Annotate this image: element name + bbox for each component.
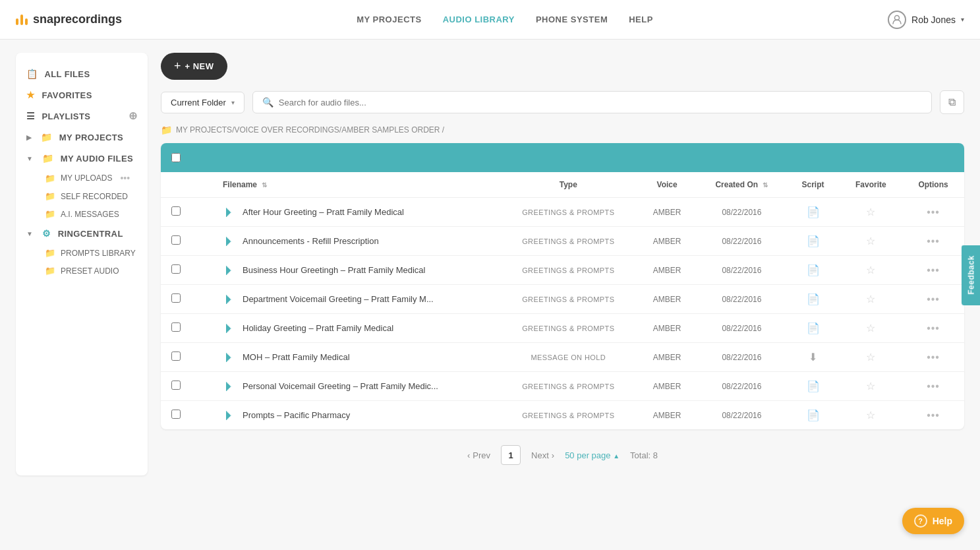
- row-voice-cell: AMBER: [637, 227, 697, 256]
- folder-icon-3: 📁: [45, 209, 55, 219]
- script-icon[interactable]: 📄: [807, 322, 820, 334]
- filter-button[interactable]: ⧉: [940, 90, 964, 114]
- sidebar-item-ai-messages[interactable]: 📁 A.I. MESSAGES: [34, 205, 148, 223]
- my-projects-arrow-icon: ▶: [26, 134, 32, 141]
- my-audio-sub: 📁 MY UPLOADS ••• 📁 SELF RECORDED 📁 A.I. …: [16, 169, 148, 223]
- sidebar-item-my-uploads[interactable]: 📁 MY UPLOADS •••: [34, 169, 148, 187]
- play-button[interactable]: ⏵: [223, 379, 236, 394]
- current-page[interactable]: 1: [501, 445, 521, 465]
- row-checkbox[interactable]: [171, 322, 181, 332]
- row-expand-cell: [191, 227, 212, 256]
- row-type-cell: GREETINGS & PROMPTS: [500, 256, 637, 285]
- play-button[interactable]: ⏵: [223, 350, 236, 365]
- type-text: GREETINGS & PROMPTS: [522, 237, 614, 245]
- more-options-icon[interactable]: •••: [927, 381, 940, 392]
- new-button[interactable]: + + NEW: [161, 53, 227, 80]
- toolbar: Current Folder ▾ 🔍 ⧉: [161, 90, 964, 114]
- filter-icon: ⧉: [948, 96, 956, 108]
- audio-files-icon: 📁: [42, 153, 53, 164]
- date-text: 08/22/2016: [722, 237, 761, 246]
- th-created-on[interactable]: Created On ⇅: [697, 172, 786, 198]
- row-type-cell: GREETINGS & PROMPTS: [500, 401, 637, 430]
- select-all-checkbox[interactable]: [171, 153, 181, 162]
- nav-phone-system[interactable]: PHONE SYSTEM: [536, 15, 608, 24]
- row-voice-cell: AMBER: [637, 314, 697, 343]
- row-checkbox-cell: [161, 227, 191, 256]
- row-checkbox[interactable]: [171, 381, 181, 390]
- row-script-cell: 📄: [786, 372, 839, 401]
- nav-audio-library[interactable]: AUDIO LIBRARY: [443, 15, 515, 24]
- script-icon[interactable]: 📄: [807, 410, 820, 421]
- th-filename[interactable]: Filename ⇅: [212, 172, 500, 198]
- th-script: Script: [786, 172, 839, 198]
- favorite-star-icon[interactable]: ☆: [866, 206, 875, 218]
- more-options-icon[interactable]: •••: [927, 264, 940, 276]
- row-checkbox[interactable]: [171, 410, 181, 419]
- more-options-icon[interactable]: •••: [927, 322, 940, 334]
- play-button[interactable]: ⏵: [223, 408, 236, 423]
- sidebar-item-self-recorded[interactable]: 📁 SELF RECORDED: [34, 187, 148, 205]
- folder-select[interactable]: Current Folder ▾: [161, 92, 245, 113]
- search-icon: 🔍: [262, 97, 274, 107]
- favorite-star-icon[interactable]: ☆: [866, 351, 875, 363]
- more-options-icon[interactable]: •••: [927, 293, 940, 305]
- play-button[interactable]: ⏵: [223, 204, 236, 220]
- play-button[interactable]: ⏵: [223, 262, 236, 278]
- sidebar-item-preset-audio[interactable]: 📁 PRESET AUDIO: [34, 262, 148, 280]
- more-options-icon[interactable]: •••: [927, 410, 940, 421]
- feedback-tab[interactable]: Feedback: [961, 245, 980, 305]
- script-icon[interactable]: ⬇: [809, 351, 817, 363]
- add-playlist-button[interactable]: ⊕: [129, 111, 137, 121]
- ringcentral-sub: 📁 PROMPTS LIBRARY 📁 PRESET AUDIO: [16, 244, 148, 280]
- script-icon[interactable]: 📄: [807, 293, 820, 305]
- sidebar-item-all-files[interactable]: 📋 ALL FILES: [16, 63, 148, 84]
- nav-my-projects[interactable]: MY PROJECTS: [357, 15, 421, 24]
- table-row: ⏵ Business Hour Greetingh – Pratt Family…: [161, 256, 964, 285]
- filename-text: Holiday Greeting – Pratt Family Medical: [243, 323, 393, 333]
- play-button[interactable]: ⏵: [223, 321, 236, 336]
- row-voice-cell: AMBER: [637, 198, 697, 227]
- per-page-selector[interactable]: 50 per page ▲: [565, 450, 620, 460]
- prev-page-button[interactable]: ‹ Prev: [467, 450, 490, 460]
- next-page-button[interactable]: Next ›: [531, 450, 554, 460]
- favorite-star-icon[interactable]: ☆: [866, 410, 875, 421]
- favorite-star-icon[interactable]: ☆: [866, 381, 875, 392]
- top-actions-row: + + NEW: [161, 53, 964, 90]
- favorite-star-icon[interactable]: ☆: [866, 264, 875, 276]
- play-button[interactable]: ⏵: [223, 291, 236, 307]
- favorite-star-icon[interactable]: ☆: [866, 293, 875, 305]
- script-icon[interactable]: 📄: [807, 264, 820, 276]
- play-button[interactable]: ⏵: [223, 233, 236, 249]
- nav-help[interactable]: HELP: [629, 15, 653, 24]
- script-icon[interactable]: 📄: [807, 235, 820, 247]
- date-text: 08/22/2016: [722, 208, 761, 217]
- favorite-star-icon[interactable]: ☆: [866, 235, 875, 247]
- row-checkbox[interactable]: [171, 351, 181, 361]
- more-options-icon[interactable]: •••: [927, 235, 940, 247]
- more-options-icon[interactable]: •••: [927, 206, 940, 218]
- user-menu[interactable]: Rob Jones ▾: [888, 11, 964, 29]
- search-input[interactable]: [279, 98, 922, 107]
- row-expand-cell: [191, 285, 212, 314]
- sidebar-item-my-projects[interactable]: ▶ 📁 MY PROJECTS: [16, 127, 148, 148]
- type-text: GREETINGS & PROMPTS: [522, 208, 614, 216]
- row-date-cell: 08/22/2016: [697, 343, 786, 372]
- sidebar-item-prompts-library[interactable]: 📁 PROMPTS LIBRARY: [34, 244, 148, 262]
- script-icon[interactable]: 📄: [807, 206, 820, 218]
- table-row: ⏵ Department Voicemail Greeting – Pratt …: [161, 285, 964, 314]
- my-uploads-more[interactable]: •••: [120, 173, 130, 183]
- row-checkbox[interactable]: [171, 293, 181, 303]
- row-type-cell: GREETINGS & PROMPTS: [500, 227, 637, 256]
- breadcrumb: 📁 MY PROJECTS/VOICE OVER RECORDINGS/AMBE…: [161, 125, 964, 135]
- row-checkbox[interactable]: [171, 235, 181, 245]
- row-checkbox[interactable]: [171, 206, 181, 216]
- row-favorite-cell: ☆: [840, 285, 903, 314]
- date-text: 08/22/2016: [722, 295, 761, 304]
- row-checkbox-cell: [161, 256, 191, 285]
- ringcentral-icon: ⚙: [42, 228, 51, 239]
- more-options-icon[interactable]: •••: [927, 351, 940, 363]
- row-checkbox[interactable]: [171, 264, 181, 274]
- sidebar-item-favorites[interactable]: ★ FAVORITES: [16, 84, 148, 106]
- favorite-star-icon[interactable]: ☆: [866, 322, 875, 334]
- script-icon[interactable]: 📄: [807, 381, 820, 392]
